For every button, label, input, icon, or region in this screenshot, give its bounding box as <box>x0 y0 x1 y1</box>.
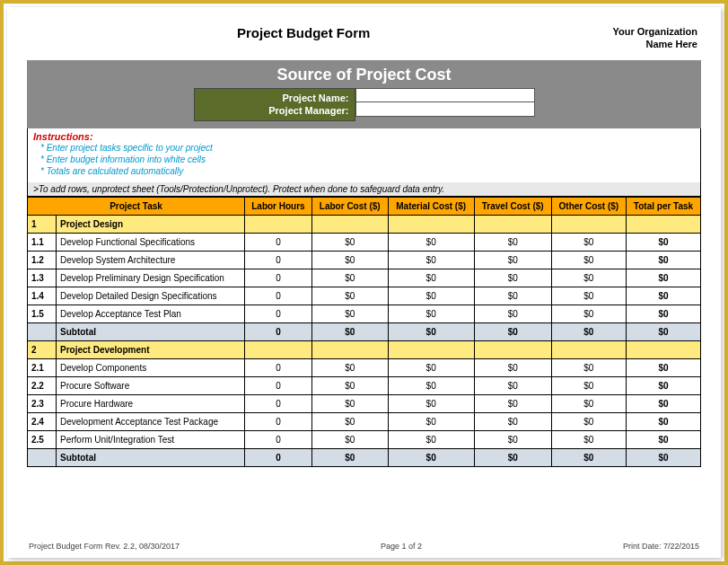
cell-total: $0 <box>627 305 701 323</box>
unprotect-note: >To add rows, unprotect sheet (Tools/Pro… <box>27 182 701 197</box>
cell-labor[interactable]: $0 <box>311 287 388 305</box>
subtotal-travel: $0 <box>474 449 551 467</box>
cell-material[interactable]: $0 <box>388 359 474 377</box>
subtotal-travel: $0 <box>474 323 551 341</box>
cell-travel[interactable]: $0 <box>474 305 551 323</box>
row-num: 1.3 <box>28 269 57 287</box>
section-name: Project Design <box>57 216 245 234</box>
cell-hours[interactable]: 0 <box>245 395 312 413</box>
cell-travel[interactable]: $0 <box>474 359 551 377</box>
cell-other[interactable]: $0 <box>551 431 626 449</box>
page-title: Project Budget Form <box>237 25 370 40</box>
subtotal-other: $0 <box>551 323 626 341</box>
cell-labor[interactable]: $0 <box>311 234 388 252</box>
cell-material[interactable]: $0 <box>388 269 474 287</box>
cell-labor[interactable]: $0 <box>311 359 388 377</box>
subtotal-hours: 0 <box>245 449 312 467</box>
cell-labor[interactable]: $0 <box>311 377 388 395</box>
cell-travel[interactable]: $0 <box>474 287 551 305</box>
cell-material[interactable]: $0 <box>388 413 474 431</box>
cell-travel[interactable]: $0 <box>474 269 551 287</box>
cell-hours[interactable]: 0 <box>245 269 312 287</box>
row-num: 2.2 <box>28 377 57 395</box>
cell-labor[interactable]: $0 <box>311 269 388 287</box>
table-row: 2.4Development Acceptance Test Package0$… <box>28 413 701 431</box>
cell-hours[interactable]: 0 <box>245 431 312 449</box>
row-num: 2.5 <box>28 431 57 449</box>
cell-other[interactable]: $0 <box>551 359 626 377</box>
cell-other[interactable]: $0 <box>551 287 626 305</box>
table-row: 2.3Procure Hardware0$0$0$0$0$0 <box>28 395 701 413</box>
instr-item: * Enter budget information into white ce… <box>40 154 695 165</box>
cell-travel[interactable]: $0 <box>474 377 551 395</box>
cell-hours[interactable]: 0 <box>245 377 312 395</box>
row-task[interactable]: Develop Acceptance Test Plan <box>57 305 245 323</box>
subtotal-total: $0 <box>627 323 701 341</box>
col-task: Project Task <box>28 198 245 216</box>
cell-material[interactable]: $0 <box>388 287 474 305</box>
cell-hours[interactable]: 0 <box>245 413 312 431</box>
cell-hours[interactable]: 0 <box>245 287 312 305</box>
cell-hours[interactable]: 0 <box>245 234 312 252</box>
table-row: 2.1Develop Components0$0$0$0$0$0 <box>28 359 701 377</box>
input-project-name[interactable] <box>355 88 535 102</box>
cell-hours[interactable]: 0 <box>245 359 312 377</box>
cell-material[interactable]: $0 <box>388 431 474 449</box>
cell-total: $0 <box>627 413 701 431</box>
subtotal-total: $0 <box>627 449 701 467</box>
cell-material[interactable]: $0 <box>388 377 474 395</box>
cell-other[interactable]: $0 <box>551 377 626 395</box>
row-task[interactable]: Develop Functional Specifications <box>57 234 245 252</box>
cell-labor[interactable]: $0 <box>311 252 388 269</box>
cell-total: $0 <box>627 395 701 413</box>
cell-hours[interactable]: 0 <box>245 305 312 323</box>
cell-travel[interactable]: $0 <box>474 395 551 413</box>
cell-other[interactable]: $0 <box>551 252 626 269</box>
cell-total: $0 <box>627 359 701 377</box>
subtotal-labor: $0 <box>311 323 388 341</box>
org-block: Your Organization Name Here <box>612 25 697 51</box>
table-row: 1.1Develop Functional Specifications0$0$… <box>28 234 701 252</box>
cell-labor[interactable]: $0 <box>311 413 388 431</box>
cell-other[interactable]: $0 <box>551 395 626 413</box>
cell-other[interactable]: $0 <box>551 234 626 252</box>
cell-total: $0 <box>627 431 701 449</box>
row-task[interactable]: Develop Components <box>57 359 245 377</box>
row-task[interactable]: Procure Hardware <box>57 395 245 413</box>
cell-travel[interactable]: $0 <box>474 234 551 252</box>
table-row: 2.2Procure Software0$0$0$0$0$0 <box>28 377 701 395</box>
cell-other[interactable]: $0 <box>551 305 626 323</box>
cell-material[interactable]: $0 <box>388 252 474 269</box>
cell-travel[interactable]: $0 <box>474 431 551 449</box>
row-task[interactable]: Development Acceptance Test Package <box>57 413 245 431</box>
col-other: Other Cost ($) <box>551 198 626 216</box>
col-labor: Labor Cost ($) <box>311 198 388 216</box>
footer-printdate: Print Date: 7/22/2015 <box>623 542 699 551</box>
footer: Project Budget Form Rev. 2.2, 08/30/2017… <box>27 538 701 551</box>
header: Project Budget Form Your Organization Na… <box>27 25 701 51</box>
table-row: 1.2Develop System Architecture0$0$0$0$0$… <box>28 252 701 269</box>
cell-other[interactable]: $0 <box>551 413 626 431</box>
cell-hours[interactable]: 0 <box>245 252 312 269</box>
row-task[interactable]: Develop Preliminary Design Specification <box>57 269 245 287</box>
cell-travel[interactable]: $0 <box>474 252 551 269</box>
instructions: Instructions: * Enter project tasks spec… <box>27 128 701 182</box>
cell-material[interactable]: $0 <box>388 234 474 252</box>
row-task[interactable]: Develop System Architecture <box>57 252 245 269</box>
cell-other[interactable]: $0 <box>551 269 626 287</box>
cell-labor[interactable]: $0 <box>311 305 388 323</box>
subtotal-row: Subtotal0$0$0$0$0$0 <box>28 449 701 467</box>
row-task[interactable]: Perform Unit/Integration Test <box>57 431 245 449</box>
row-task[interactable]: Procure Software <box>57 377 245 395</box>
row-task[interactable]: Develop Detailed Design Specifications <box>57 287 245 305</box>
cell-material[interactable]: $0 <box>388 305 474 323</box>
cell-total: $0 <box>627 377 701 395</box>
cell-travel[interactable]: $0 <box>474 413 551 431</box>
row-num: 2.1 <box>28 359 57 377</box>
cell-material[interactable]: $0 <box>388 395 474 413</box>
cell-labor[interactable]: $0 <box>311 395 388 413</box>
col-material: Material Cost ($) <box>388 198 474 216</box>
input-project-manager[interactable] <box>355 102 535 117</box>
subtotal-other: $0 <box>551 449 626 467</box>
cell-labor[interactable]: $0 <box>311 431 388 449</box>
